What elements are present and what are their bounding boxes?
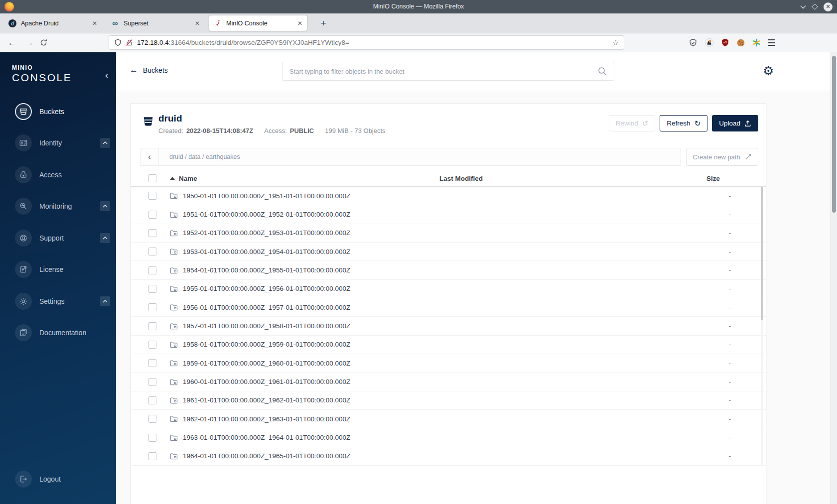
row-checkbox[interactable]	[148, 192, 156, 200]
chevron-up-icon[interactable]	[100, 296, 110, 306]
filter-search-box[interactable]	[282, 62, 614, 81]
object-name[interactable]: 1950-01-01T00:00:00.000Z_1951-01-01T00:0…	[183, 192, 350, 200]
back-to-buckets-link[interactable]: ← Buckets	[130, 66, 168, 74]
breadcrumb-path[interactable]: druid / data / earthquakes	[159, 153, 240, 160]
tab-apache-druid[interactable]: d Apache Druid ✕	[4, 15, 102, 31]
table-row[interactable]: 1956-01-01T00:00:00.000Z_1957-01-01T00:0…	[131, 298, 766, 317]
row-checkbox[interactable]	[148, 378, 156, 386]
column-header-size[interactable]: Size	[639, 175, 753, 182]
object-name[interactable]: 1956-01-01T00:00:00.000Z_1957-01-01T00:0…	[183, 304, 350, 311]
window-minimize-icon[interactable]	[800, 5, 806, 9]
tab-close-icon[interactable]: ✕	[89, 20, 97, 27]
table-scrollbar-thumb[interactable]	[761, 187, 763, 320]
sidebar-collapse-icon[interactable]: ‹	[105, 71, 108, 79]
ublock-origin-extension-icon[interactable]: uO	[721, 38, 729, 47]
page-scrollbar[interactable]	[831, 52, 837, 504]
url-text[interactable]: 172.18.0.4:31664/buckets/druid/browse/ZG…	[137, 39, 349, 46]
object-name[interactable]: 1964-01-01T00:00:00.000Z_1965-01-01T00:0…	[183, 452, 350, 460]
table-row[interactable]: 1950-01-01T00:00:00.000Z_1951-01-01T00:0…	[131, 187, 766, 205]
tracking-shield-icon[interactable]	[114, 39, 122, 46]
refresh-button[interactable]: Refresh ↻	[660, 115, 707, 131]
sidebar-item-license[interactable]: License	[0, 254, 116, 286]
tab-superset[interactable]: ∞ Superset ✕	[107, 15, 204, 31]
row-checkbox[interactable]	[148, 322, 156, 330]
table-row[interactable]: 1951-01-01T00:00:00.000Z_1952-01-01T00:0…	[131, 205, 766, 224]
column-header-last-modified[interactable]: Last Modified	[439, 175, 639, 182]
row-checkbox[interactable]	[148, 434, 156, 442]
object-name[interactable]: 1961-01-01T00:00:00.000Z_1962-01-01T00:0…	[183, 396, 350, 404]
row-checkbox[interactable]	[148, 211, 156, 219]
row-checkbox[interactable]	[148, 248, 156, 255]
object-name[interactable]: 1960-01-01T00:00:00.000Z_1961-01-01T00:0…	[183, 378, 350, 385]
chevron-up-icon[interactable]	[100, 233, 110, 243]
chevron-up-icon[interactable]	[100, 201, 110, 211]
back-button[interactable]: ←	[5, 33, 19, 52]
upload-button[interactable]: Upload	[712, 115, 758, 131]
sidebar-item-settings[interactable]: Settings	[0, 285, 116, 317]
object-name[interactable]: 1955-01-01T00:00:00.000Z_1956-01-01T00:0…	[183, 285, 350, 292]
object-name[interactable]: 1963-01-01T00:00:00.000Z_1964-01-01T00:0…	[183, 434, 350, 441]
sidebar-item-logout[interactable]: Logout	[0, 464, 116, 496]
colorful-asterisk-extension-icon[interactable]	[752, 38, 761, 47]
table-row[interactable]: 1960-01-01T00:00:00.000Z_1961-01-01T00:0…	[131, 373, 766, 391]
sort-ascending-icon[interactable]	[170, 177, 175, 180]
tab-minio-console[interactable]: MinIO Console ✕	[209, 15, 307, 31]
object-name[interactable]: 1962-01-01T00:00:00.000Z_1963-01-01T00:0…	[183, 415, 350, 423]
table-row[interactable]: 1953-01-01T00:00:00.000Z_1954-01-01T00:0…	[131, 243, 766, 261]
row-checkbox[interactable]	[148, 359, 156, 367]
sidebar-item-monitoring[interactable]: Monitoring	[0, 191, 116, 223]
sidebar-item-documentation[interactable]: Documentation	[0, 317, 116, 349]
row-checkbox[interactable]	[148, 266, 156, 274]
container-mask-extension-icon[interactable]	[704, 38, 714, 47]
object-name[interactable]: 1952-01-01T00:00:00.000Z_1953-01-01T00:0…	[183, 229, 350, 237]
sidebar-item-identity[interactable]: Identity	[0, 127, 116, 159]
table-row[interactable]: 1962-01-01T00:00:00.000Z_1963-01-01T00:0…	[131, 410, 766, 428]
window-close-button[interactable]: ✕	[824, 2, 833, 11]
new-tab-button[interactable]: +	[316, 18, 330, 29]
chevron-up-icon[interactable]	[100, 138, 110, 148]
table-row[interactable]: 1961-01-01T00:00:00.000Z_1962-01-01T00:0…	[131, 391, 766, 410]
column-header-name[interactable]: Name	[179, 175, 197, 182]
table-scrollbar[interactable]	[761, 187, 763, 466]
forward-button[interactable]: →	[22, 33, 36, 52]
row-checkbox[interactable]	[148, 415, 156, 423]
table-row[interactable]: 1954-01-01T00:00:00.000Z_1955-01-01T00:0…	[131, 261, 766, 279]
tab-close-icon[interactable]: ✕	[192, 20, 200, 27]
breadcrumb-back-button[interactable]: ‹	[140, 148, 159, 165]
reload-button[interactable]	[40, 39, 47, 46]
row-checkbox[interactable]	[148, 229, 156, 237]
row-checkbox[interactable]	[148, 285, 156, 293]
table-row[interactable]: 1957-01-01T00:00:00.000Z_1958-01-01T00:0…	[131, 317, 766, 335]
menu-hamburger-icon[interactable]	[768, 39, 775, 46]
object-name[interactable]: 1953-01-01T00:00:00.000Z_1954-01-01T00:0…	[183, 248, 350, 255]
select-all-checkbox[interactable]	[148, 174, 156, 182]
page-scrollbar-thumb[interactable]	[832, 56, 836, 213]
sidebar-item-buckets[interactable]: Buckets	[0, 96, 116, 127]
url-bar[interactable]: 172.18.0.4:31664/buckets/druid/browse/ZG…	[109, 35, 624, 50]
table-row[interactable]: 1952-01-01T00:00:00.000Z_1953-01-01T00:0…	[131, 224, 766, 243]
object-name[interactable]: 1957-01-01T00:00:00.000Z_1958-01-01T00:0…	[183, 322, 350, 330]
insecure-lock-icon[interactable]	[126, 39, 133, 46]
table-row[interactable]: 1964-01-01T00:00:00.000Z_1965-01-01T00:0…	[131, 447, 766, 466]
create-new-path-button[interactable]: Create new path	[686, 148, 758, 166]
bookmark-star-icon[interactable]: ☆	[612, 38, 619, 47]
row-checkbox[interactable]	[148, 341, 156, 349]
tab-close-icon[interactable]: ✕	[294, 20, 302, 27]
row-checkbox[interactable]	[148, 452, 156, 460]
object-name[interactable]: 1958-01-01T00:00:00.000Z_1959-01-01T00:0…	[183, 341, 350, 348]
rewind-button[interactable]: Rewind ↺	[609, 115, 656, 131]
cookie-extension-icon[interactable]	[736, 38, 745, 47]
table-row[interactable]: 1958-01-01T00:00:00.000Z_1959-01-01T00:0…	[131, 336, 766, 354]
object-name[interactable]: 1959-01-01T00:00:00.000Z_1960-01-01T00:0…	[183, 360, 350, 367]
shield-check-extension-icon[interactable]	[689, 38, 698, 47]
object-name[interactable]: 1954-01-01T00:00:00.000Z_1955-01-01T00:0…	[183, 266, 350, 274]
search-input[interactable]	[289, 68, 598, 75]
table-row[interactable]: 1959-01-01T00:00:00.000Z_1960-01-01T00:0…	[131, 354, 766, 373]
row-checkbox[interactable]	[148, 303, 156, 311]
row-checkbox[interactable]	[148, 396, 156, 404]
window-maximize-icon[interactable]	[813, 4, 817, 9]
sidebar-item-access[interactable]: Access	[0, 159, 116, 191]
table-row[interactable]: 1963-01-01T00:00:00.000Z_1964-01-01T00:0…	[131, 428, 766, 447]
sidebar-item-support[interactable]: Support	[0, 222, 116, 254]
object-name[interactable]: 1951-01-01T00:00:00.000Z_1952-01-01T00:0…	[183, 211, 350, 218]
